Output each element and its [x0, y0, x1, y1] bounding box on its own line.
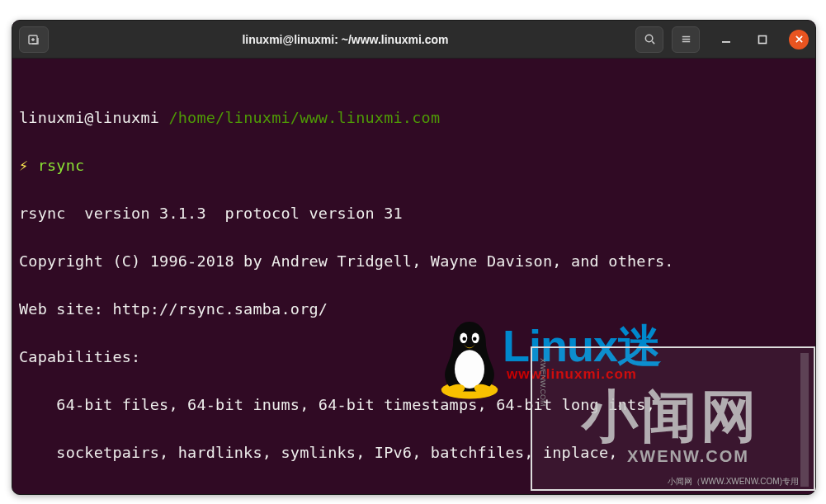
svg-rect-3	[682, 39, 689, 40]
menu-button[interactable]	[672, 26, 700, 53]
prompt-user-host: linuxmi@linuxmi	[19, 109, 159, 126]
output-line: Copyright (C) 1996-2018 by Andrew Tridge…	[19, 249, 809, 273]
prompt-line-2: ⚡ rsync	[19, 153, 809, 177]
svg-rect-6	[759, 35, 767, 43]
prompt-path: /home/linuxmi/www.linuxmi.com	[168, 109, 440, 126]
window-title: linuxmi@linuxmi: ~/www.linuxmi.com	[55, 33, 635, 46]
prompt-bolt-icon: ⚡	[19, 157, 28, 174]
output-line: socketpairs, hardlinks, symlinks, IPv6, …	[19, 440, 809, 464]
terminal-body[interactable]: linuxmi@linuxmi /home/linuxmi/www.linuxm…	[12, 59, 815, 495]
prompt-command: rsync	[38, 157, 85, 174]
svg-rect-4	[682, 41, 689, 43]
maximize-button[interactable]	[753, 30, 772, 49]
close-button[interactable]	[789, 30, 809, 49]
output-line: 64-bit files, 64-bit inums, 64-bit times…	[19, 393, 809, 417]
svg-point-1	[645, 35, 652, 41]
titlebar-controls	[635, 26, 809, 53]
output-line: Web site: http://rsync.samba.org/	[19, 297, 809, 321]
titlebar: linuxmi@linuxmi: ~/www.linuxmi.com	[12, 21, 815, 59]
prompt-line-1: linuxmi@linuxmi /home/linuxmi/www.linuxm…	[19, 106, 809, 130]
output-line: Capabilities:	[19, 345, 809, 369]
new-tab-button[interactable]	[19, 26, 49, 53]
terminal-window: linuxmi@linuxmi: ~/www.linuxmi.com	[12, 20, 816, 495]
output-line: rsync version 3.1.3 protocol version 31	[19, 201, 809, 225]
search-button[interactable]	[635, 26, 663, 53]
output-line: append, ACLs, xattrs, iconv, symtimes, p…	[19, 488, 809, 495]
minimize-button[interactable]	[716, 30, 736, 49]
svg-rect-2	[682, 36, 689, 38]
svg-rect-5	[722, 41, 730, 43]
